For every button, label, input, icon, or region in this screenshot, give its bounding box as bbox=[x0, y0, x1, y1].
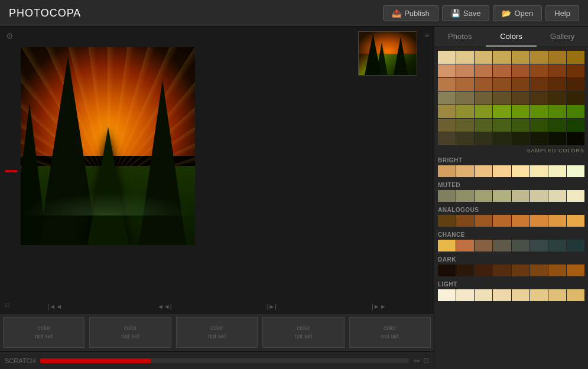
sampled-color-cell[interactable] bbox=[493, 119, 511, 132]
sampled-color-cell[interactable] bbox=[548, 119, 566, 132]
color-cell[interactable] bbox=[548, 190, 566, 202]
sampled-color-cell[interactable] bbox=[567, 105, 584, 118]
sampled-color-cell[interactable] bbox=[475, 132, 492, 145]
sampled-color-cell[interactable] bbox=[438, 92, 456, 105]
sampled-color-cell[interactable] bbox=[438, 105, 456, 118]
color-cell[interactable] bbox=[530, 165, 548, 177]
color-cell[interactable] bbox=[475, 190, 492, 202]
color-cell[interactable] bbox=[456, 289, 474, 301]
color-cell[interactable] bbox=[530, 215, 548, 227]
color-cell[interactable] bbox=[438, 289, 456, 301]
sampled-color-cell[interactable] bbox=[475, 105, 492, 118]
color-cell[interactable] bbox=[512, 165, 529, 177]
sampled-color-cell[interactable] bbox=[512, 92, 529, 105]
sampled-color-cell[interactable] bbox=[493, 92, 511, 105]
settings-icon[interactable]: ⚙ bbox=[6, 31, 14, 41]
color-cell[interactable] bbox=[438, 165, 456, 177]
sampled-color-cell[interactable] bbox=[567, 92, 584, 105]
red-slider[interactable] bbox=[5, 170, 18, 172]
sampled-color-cell[interactable] bbox=[530, 78, 548, 91]
color-strip-2[interactable]: colornot set bbox=[89, 317, 171, 348]
sampled-color-cell[interactable] bbox=[456, 78, 474, 91]
color-cell[interactable] bbox=[567, 165, 584, 177]
color-cell[interactable] bbox=[493, 190, 511, 202]
color-strip-4[interactable]: colornot set bbox=[262, 317, 344, 348]
color-cell[interactable] bbox=[530, 240, 548, 252]
sampled-color-cell[interactable] bbox=[493, 132, 511, 145]
color-cell[interactable] bbox=[456, 165, 474, 177]
color-cell[interactable] bbox=[567, 240, 584, 252]
sampled-color-cell[interactable] bbox=[493, 105, 511, 118]
menu-icon[interactable]: ≡ bbox=[425, 31, 429, 40]
sampled-color-cell[interactable] bbox=[438, 64, 456, 77]
help-button[interactable]: Help bbox=[545, 5, 579, 21]
sampled-color-cell[interactable] bbox=[512, 105, 529, 118]
color-cell[interactable] bbox=[475, 165, 492, 177]
sampled-color-cell[interactable] bbox=[567, 119, 584, 132]
color-cell[interactable] bbox=[512, 264, 529, 276]
color-cell[interactable] bbox=[493, 215, 511, 227]
color-cell[interactable] bbox=[548, 165, 566, 177]
color-cell[interactable] bbox=[567, 190, 584, 202]
sampled-color-cell[interactable] bbox=[512, 132, 529, 145]
sampled-color-cell[interactable] bbox=[438, 132, 456, 145]
sampled-color-cell[interactable] bbox=[456, 119, 474, 132]
color-strip-3[interactable]: colornot set bbox=[176, 317, 258, 348]
color-cell[interactable] bbox=[567, 215, 584, 227]
sampled-color-cell[interactable] bbox=[456, 132, 474, 145]
color-cell[interactable] bbox=[512, 215, 529, 227]
playback-btn-2[interactable]: ◄◄| bbox=[157, 303, 172, 310]
sampled-color-cell[interactable] bbox=[567, 78, 584, 91]
color-strip-1[interactable]: colornot set bbox=[3, 317, 85, 348]
playback-btn-1[interactable]: |◄◄ bbox=[47, 303, 62, 310]
sampled-color-cell[interactable] bbox=[567, 51, 584, 64]
color-cell[interactable] bbox=[493, 240, 511, 252]
save-button[interactable]: 💾 Save bbox=[442, 5, 490, 21]
sampled-color-cell[interactable] bbox=[548, 78, 566, 91]
sampled-color-cell[interactable] bbox=[456, 92, 474, 105]
sampled-color-cell[interactable] bbox=[456, 51, 474, 64]
sampled-color-cell[interactable] bbox=[475, 51, 492, 64]
sampled-color-cell[interactable] bbox=[530, 105, 548, 118]
tab-photos[interactable]: Photos bbox=[434, 27, 486, 47]
sampled-color-cell[interactable] bbox=[512, 78, 529, 91]
sampled-color-cell[interactable] bbox=[548, 105, 566, 118]
color-cell[interactable] bbox=[548, 289, 566, 301]
color-cell[interactable] bbox=[548, 215, 566, 227]
sampled-color-cell[interactable] bbox=[548, 92, 566, 105]
sampled-color-cell[interactable] bbox=[548, 132, 566, 145]
sampled-color-cell[interactable] bbox=[548, 51, 566, 64]
color-cell[interactable] bbox=[475, 215, 492, 227]
sampled-color-cell[interactable] bbox=[530, 119, 548, 132]
sampled-color-cell[interactable] bbox=[493, 51, 511, 64]
sampled-color-cell[interactable] bbox=[475, 92, 492, 105]
sampled-color-cell[interactable] bbox=[475, 78, 492, 91]
open-button[interactable]: 📂 Open bbox=[493, 5, 542, 21]
color-cell[interactable] bbox=[438, 190, 456, 202]
sampled-color-cell[interactable] bbox=[456, 105, 474, 118]
color-cell[interactable] bbox=[530, 190, 548, 202]
color-cell[interactable] bbox=[512, 190, 529, 202]
publish-button[interactable]: 📤 Publish bbox=[383, 5, 438, 21]
color-cell[interactable] bbox=[548, 240, 566, 252]
color-cell[interactable] bbox=[456, 240, 474, 252]
expand-icon[interactable]: ⇔ bbox=[414, 357, 420, 365]
sampled-color-cell[interactable] bbox=[438, 78, 456, 91]
color-cell[interactable] bbox=[456, 215, 474, 227]
color-strip-5[interactable]: colornot set bbox=[349, 317, 431, 348]
sampled-color-cell[interactable] bbox=[530, 132, 548, 145]
playback-btn-4[interactable]: |►► bbox=[372, 303, 386, 310]
color-cell[interactable] bbox=[438, 215, 456, 227]
sampled-color-cell[interactable] bbox=[567, 132, 584, 145]
sampled-color-cell[interactable] bbox=[512, 51, 529, 64]
tab-colors[interactable]: Colors bbox=[486, 27, 537, 47]
sampled-color-cell[interactable] bbox=[475, 64, 492, 77]
sampled-color-cell[interactable] bbox=[493, 78, 511, 91]
sampled-color-cell[interactable] bbox=[438, 119, 456, 132]
color-cell[interactable] bbox=[475, 240, 492, 252]
sampled-color-cell[interactable] bbox=[512, 64, 529, 77]
sampled-color-cell[interactable] bbox=[530, 51, 548, 64]
color-cell[interactable] bbox=[456, 264, 474, 276]
color-cell[interactable] bbox=[512, 240, 529, 252]
color-cell[interactable] bbox=[567, 264, 584, 276]
